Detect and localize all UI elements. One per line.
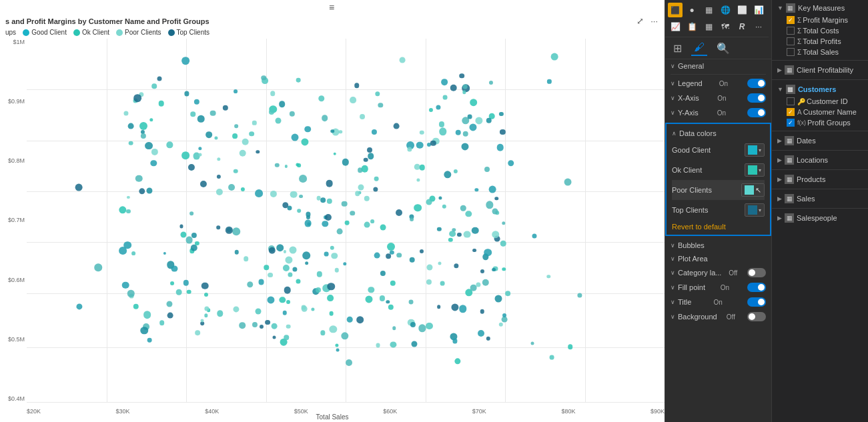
scatter-dot bbox=[550, 355, 554, 360]
x-axis-toggle[interactable] bbox=[747, 93, 766, 103]
scatter-dot bbox=[133, 95, 141, 103]
scatter-dot bbox=[440, 281, 445, 286]
general-label: General bbox=[678, 62, 704, 70]
fill-toggle-label: On bbox=[721, 284, 729, 291]
x-axis-row[interactable]: ∨ X-Axis On bbox=[671, 91, 766, 105]
customers-header[interactable]: ▼ ▦ Customers bbox=[772, 83, 868, 96]
products-header[interactable]: ▶ ▦ Products bbox=[772, 173, 868, 186]
scatter-dot bbox=[343, 262, 346, 265]
scatter-dot bbox=[459, 305, 467, 313]
tab-analytics[interactable]: 🔍 bbox=[714, 41, 733, 56]
swatch-ok bbox=[748, 165, 757, 175]
fill-toggle[interactable] bbox=[747, 283, 766, 292]
customers-icon: ▦ bbox=[786, 85, 795, 94]
scatter-dot bbox=[269, 247, 276, 254]
format-tabs: ⊞ 🖌 🔍 bbox=[665, 37, 771, 59]
salespeople-header[interactable]: ▶ ▦ Salespeople bbox=[772, 211, 868, 225]
y-axis-toggle[interactable] bbox=[747, 108, 766, 117]
icon-r[interactable]: R bbox=[735, 19, 749, 34]
scatter-dot bbox=[409, 257, 415, 263]
scatter-dot bbox=[289, 111, 294, 116]
data-colors-header[interactable]: ∧ Data colors bbox=[672, 127, 765, 140]
field-profit-groups[interactable]: ✓ f(x) Profit Groups bbox=[772, 117, 868, 128]
scatter-dot bbox=[368, 153, 374, 160]
field-profit-margins[interactable]: ✓ Σ Profit Margins bbox=[772, 15, 868, 25]
title-toggle[interactable] bbox=[747, 297, 766, 307]
fill-point-row[interactable]: ∨ Fill point On bbox=[671, 280, 766, 295]
legend-toggle[interactable] bbox=[747, 79, 766, 88]
revert-link[interactable]: Revert to default bbox=[672, 219, 726, 233]
cat-toggle[interactable] bbox=[747, 268, 766, 277]
icon-globe[interactable]: 🌐 bbox=[718, 3, 733, 17]
icon-circle[interactable]: ● bbox=[685, 3, 699, 17]
scatter-dot bbox=[350, 97, 356, 103]
scatter-dot bbox=[258, 279, 264, 285]
scatter-dot bbox=[297, 163, 301, 167]
plot-area-row[interactable]: ∨ Plot Area bbox=[671, 252, 766, 265]
field-total-costs[interactable]: Σ Total Costs bbox=[772, 25, 868, 36]
key-measures-header[interactable]: ▼ ▦ Key Measures bbox=[772, 1, 868, 15]
x-axis-toggle-label: On bbox=[717, 95, 726, 102]
scatter-dot bbox=[95, 263, 103, 271]
more-options-button[interactable]: ··· bbox=[649, 16, 659, 26]
scatter-dot bbox=[346, 359, 352, 366]
icon-table[interactable]: 📋 bbox=[685, 19, 699, 34]
icon-bar-chart[interactable]: 📊 bbox=[751, 3, 766, 17]
scatter-dot bbox=[443, 95, 448, 100]
icon-area-chart[interactable]: 📈 bbox=[668, 19, 683, 34]
focus-mode-button[interactable]: ⤢ bbox=[635, 16, 645, 26]
scatter-dot bbox=[420, 165, 425, 170]
chevron-data-colors: ∧ bbox=[672, 130, 677, 137]
scatter-dot bbox=[475, 117, 482, 124]
sales-header[interactable]: ▶ ▦ Sales bbox=[772, 192, 868, 205]
dates-header[interactable]: ▶ ▦ Dates bbox=[772, 134, 868, 147]
scatter-dot bbox=[234, 89, 238, 93]
scatter-dot bbox=[151, 148, 158, 155]
color-picker-top[interactable]: ▾ bbox=[745, 203, 765, 217]
bubbles-label: Bubbles bbox=[678, 241, 705, 249]
chevron-client-prof: ▶ bbox=[777, 67, 782, 73]
icon-map[interactable]: 🗺 bbox=[718, 19, 733, 34]
icon-square-active[interactable]: ⬛ bbox=[668, 3, 683, 17]
scatter-dot bbox=[170, 281, 174, 285]
format-panel[interactable]: ⬛ ● ▦ 🌐 ⬜ 📊 📈 📋 ▦ 🗺 R ··· ⊞ 🖌 🔍 bbox=[665, 0, 771, 422]
legend-row[interactable]: ∨ Legend On bbox=[671, 76, 766, 91]
scatter-dot bbox=[270, 190, 277, 197]
icon-grid1[interactable]: ▦ bbox=[701, 3, 716, 17]
chart-drag-handle: ≡ bbox=[0, 0, 665, 15]
icon-more-visuals[interactable]: ··· bbox=[751, 19, 766, 34]
scatter-dot bbox=[374, 253, 380, 259]
icon-matrix[interactable]: ▦ bbox=[701, 19, 716, 34]
scatter-dot bbox=[470, 284, 477, 291]
x-axis-label: $60K bbox=[383, 408, 397, 415]
color-picker-poor[interactable]: ↖ bbox=[741, 183, 765, 197]
check-profit-groups: ✓ bbox=[787, 119, 795, 127]
title-row[interactable]: ∨ Title On bbox=[671, 295, 766, 309]
background-row[interactable]: ∨ Background Off bbox=[671, 309, 766, 324]
label-total-profits: Total Profits bbox=[803, 37, 841, 45]
field-total-sales[interactable]: Σ Total Sales bbox=[772, 47, 868, 57]
bubbles-row[interactable]: ∨ Bubbles bbox=[671, 239, 766, 252]
chart-area: ≡ s and Profit Margins by Customer Name … bbox=[0, 0, 665, 422]
scatter-dot bbox=[380, 225, 386, 231]
bg-toggle[interactable] bbox=[747, 312, 766, 321]
tab-fields[interactable]: ⊞ bbox=[671, 41, 685, 56]
y-axis-row[interactable]: ∨ Y-Axis On bbox=[671, 105, 766, 120]
general-row[interactable]: ∨ General bbox=[671, 59, 766, 73]
scatter-dot bbox=[241, 187, 245, 191]
field-customer-name[interactable]: ✓ A Customer Name bbox=[772, 107, 868, 117]
section-client-profitability: ▶ ▦ Client Profitability bbox=[772, 62, 868, 78]
locations-header[interactable]: ▶ ▦ Locations bbox=[772, 153, 868, 167]
color-picker-ok[interactable]: ▾ bbox=[745, 163, 765, 177]
field-total-profits[interactable]: Σ Total Profits bbox=[772, 36, 868, 47]
icon-square2[interactable]: ⬜ bbox=[735, 3, 749, 17]
client-prof-header[interactable]: ▶ ▦ Client Profitability bbox=[772, 63, 868, 77]
scatter-dot bbox=[167, 142, 173, 148]
field-customer-id[interactable]: 🔑 Customer ID bbox=[772, 96, 868, 107]
color-picker-good[interactable]: ▾ bbox=[745, 143, 765, 157]
scatter-dot bbox=[345, 221, 350, 225]
scatter-dot bbox=[183, 280, 188, 285]
legend-good-client: Good Client bbox=[23, 29, 67, 36]
category-label-row[interactable]: ∨ Category la... Off bbox=[671, 265, 766, 280]
tab-format[interactable]: 🖌 bbox=[691, 40, 707, 56]
